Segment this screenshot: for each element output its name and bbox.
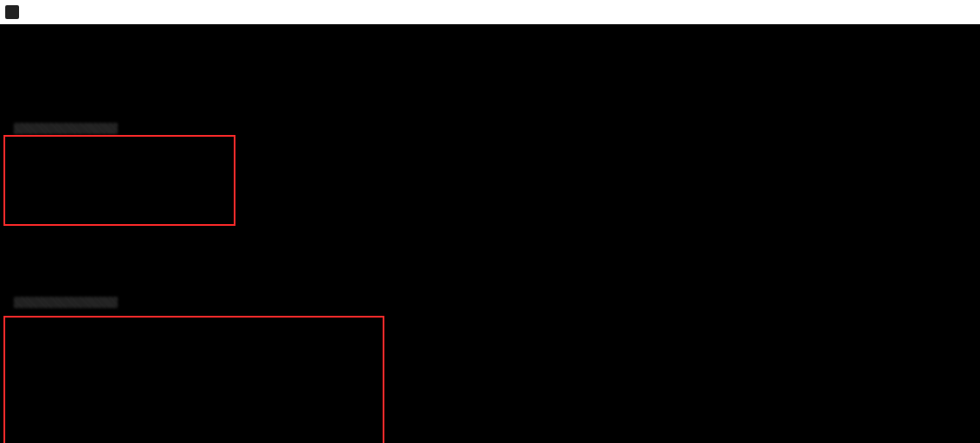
window-controls [893, 6, 975, 18]
redacted-text [14, 297, 118, 308]
redacted-text [14, 123, 118, 134]
minimize-button[interactable] [900, 6, 912, 18]
annotation-box [3, 135, 235, 226]
prompt-line [5, 296, 975, 310]
maximize-button[interactable] [928, 6, 940, 18]
annotation-box [3, 316, 384, 443]
window-titlebar[interactable] [0, 0, 980, 24]
conda-columns-header [5, 390, 975, 404]
pip-header [5, 162, 975, 176]
prompt-line [5, 122, 975, 136]
app-icon [5, 5, 19, 19]
terminal-output[interactable] [0, 24, 980, 443]
close-button[interactable] [956, 6, 968, 18]
